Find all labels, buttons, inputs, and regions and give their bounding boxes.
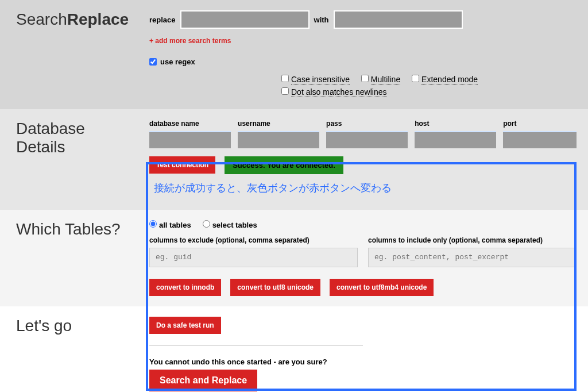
exclude-cols-label: columns to exclude (optional, comma sepa… [149, 236, 358, 244]
include-cols-input[interactable] [368, 248, 577, 267]
db-pass-label: pass [326, 120, 408, 128]
search-and-replace-button[interactable]: Search and Replace [149, 370, 257, 391]
extended-label: Extended mode [421, 75, 478, 84]
select-tables-label: select tables [212, 221, 257, 229]
regex-options: Case insensitive Multiline Extended mode… [281, 73, 577, 99]
all-tables-radio[interactable] [149, 220, 157, 228]
convert-innodb-button[interactable]: convert to innodb [149, 279, 221, 296]
db-name-input[interactable] [149, 131, 231, 148]
section-which-tables: Which Tables? all tables select tables c… [0, 210, 588, 306]
case-insensitive-checkbox[interactable] [281, 75, 289, 82]
extended-checkbox[interactable] [412, 75, 419, 82]
multiline-checkbox[interactable] [361, 75, 369, 82]
replace-from-input[interactable] [180, 10, 310, 29]
section-lets-go: Let's go Do a safe test run You cannot u… [0, 306, 588, 392]
all-tables-label: all tables [159, 221, 191, 229]
test-connection-button[interactable]: Test connection [149, 156, 215, 174]
convert-utf8mb4-button[interactable]: convert to utf8mb4 unicode [330, 279, 434, 296]
multiline-label: Multiline [371, 75, 400, 84]
exclude-cols-input[interactable] [149, 248, 358, 267]
divider [149, 345, 363, 346]
db-user-input[interactable] [238, 131, 319, 148]
add-more-terms-link[interactable]: + add more search terms [149, 37, 231, 45]
with-label: with [314, 16, 329, 24]
case-insensitive-label: Case insensitive [291, 75, 350, 84]
use-regex-label: use regex [160, 57, 195, 66]
dotall-checkbox[interactable] [281, 87, 289, 95]
db-pass-input[interactable] [326, 131, 408, 148]
dotall-label: Dot also matches newlines [291, 87, 387, 97]
logo-part1: Search [16, 10, 67, 28]
undo-warning: You cannot undo this once started - are … [149, 358, 577, 366]
section-title-go: Let's go [0, 306, 149, 392]
replace-to-input[interactable] [334, 10, 463, 29]
db-host-label: host [415, 120, 496, 128]
section-search-replace: SearchReplace replace with + add more se… [0, 0, 588, 109]
select-tables-radio[interactable] [203, 220, 210, 228]
logo-part2: Replace [67, 10, 129, 28]
section-database-details: Database Details database name username … [0, 109, 588, 210]
db-user-label: username [238, 120, 319, 128]
annotation-text: 接続が成功すると、灰色ボタンが赤ボタンへ変わる [154, 181, 577, 195]
db-host-input[interactable] [415, 131, 496, 148]
include-cols-label: columns to include only (optional, comma… [368, 236, 577, 244]
db-name-label: database name [149, 120, 231, 128]
convert-utf8-button[interactable]: convert to utf8 unicode [230, 279, 320, 296]
db-port-input[interactable] [503, 131, 577, 148]
section-title-db: Database Details [0, 109, 149, 210]
connection-success-badge: Success. You are connected. [225, 156, 343, 174]
section-title-tables: Which Tables? [0, 210, 149, 306]
use-regex-checkbox[interactable] [149, 58, 157, 66]
replace-label: replace [149, 16, 176, 24]
db-port-label: port [503, 120, 577, 128]
app-logo: SearchReplace [0, 0, 149, 109]
safe-test-run-button[interactable]: Do a safe test run [149, 317, 221, 334]
